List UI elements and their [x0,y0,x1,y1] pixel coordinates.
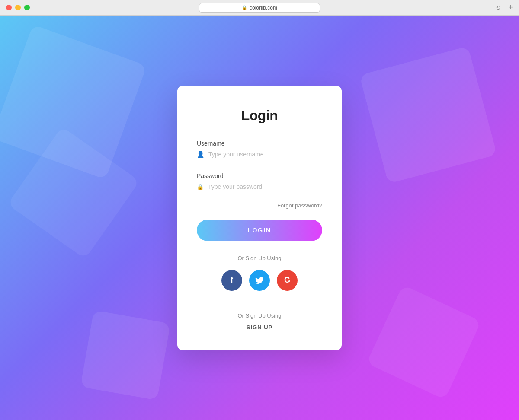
username-input[interactable] [208,151,322,158]
lock-field-icon [197,183,204,191]
card-title: Login [197,108,322,124]
lock-icon: 🔒 [242,5,247,10]
login-button[interactable]: LOGIN [197,220,322,241]
reload-icon[interactable]: ↻ [496,4,501,11]
or-sign-up-text: Or Sign Up Using [197,255,322,261]
twitter-button[interactable] [249,270,270,291]
username-group: Username [197,140,322,162]
username-input-wrapper [197,150,322,162]
password-label: Password [197,172,322,179]
minimize-button[interactable] [15,5,21,10]
signup-link[interactable]: SIGN UP [197,324,322,331]
password-input-wrapper [197,183,322,194]
address-text: colorlib.com [250,5,277,11]
person-icon [197,150,204,158]
close-button[interactable] [6,5,12,10]
password-input[interactable] [208,183,322,190]
new-tab-button[interactable]: + [508,3,513,12]
google-button[interactable]: G [277,270,298,291]
maximize-button[interactable] [24,5,30,10]
main-content: Login Username Password Forgot password?… [0,16,519,420]
forgot-password-container: Forgot password? [197,201,322,209]
social-icons: f G [197,270,322,291]
address-bar[interactable]: 🔒 colorlib.com [199,3,320,13]
or-sign-up-text-2: Or Sign Up Using [197,312,322,319]
bg-shape-5 [80,310,171,401]
password-group: Password [197,172,322,194]
forgot-password-link[interactable]: Forgot password? [277,202,322,209]
login-card: Login Username Password Forgot password?… [177,86,342,350]
traffic-lights [6,5,30,10]
username-label: Username [197,140,322,147]
facebook-button[interactable]: f [221,270,242,291]
window-chrome: 🔒 colorlib.com ↻ + [0,0,519,16]
